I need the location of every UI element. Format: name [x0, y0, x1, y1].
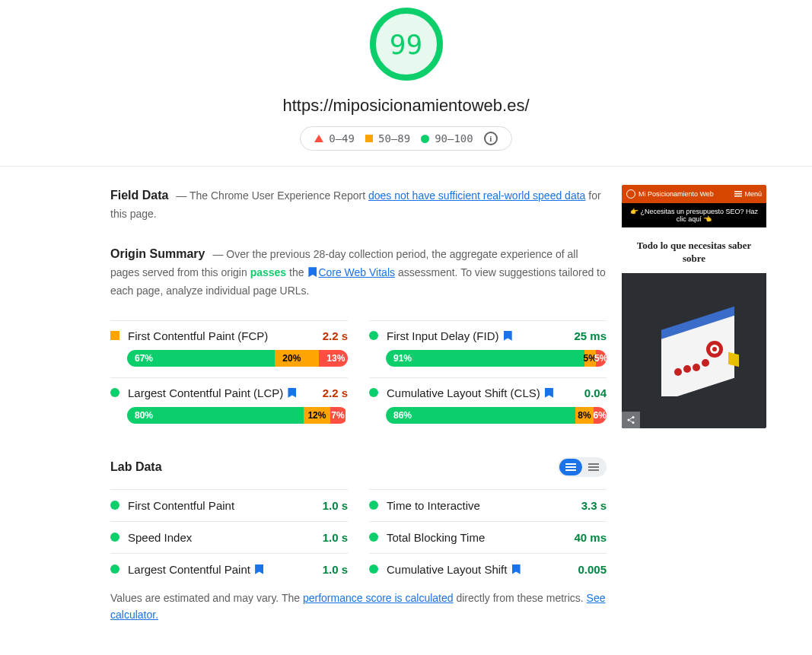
status-good-icon	[110, 501, 119, 510]
metric-value: 0.04	[584, 386, 607, 399]
legend-mid: 50–89	[365, 132, 410, 145]
field-data-section: Field Data — The Chrome User Experience …	[110, 185, 607, 224]
bookmark-icon	[545, 388, 553, 398]
phone-banner: 👉 ¿Necesitas un presupuesto SEO? Haz cli…	[622, 203, 766, 227]
page-preview: Mi Posicionamiento Web Menú 👉 ¿Necesitas…	[622, 185, 766, 624]
status-good-icon	[110, 388, 119, 397]
bookmark-icon	[288, 388, 296, 398]
metric-name: Largest Contentful Paint (LCP)	[128, 386, 314, 399]
status-average-icon	[110, 331, 119, 340]
dist-poor: 7%	[330, 407, 345, 424]
status-good-icon	[369, 564, 378, 574]
view-toggle-compact-button[interactable]	[582, 459, 605, 475]
metric-value: 3.3 s	[581, 499, 607, 512]
metric-name: First Contentful Paint (FCP)	[128, 329, 314, 342]
insufficient-data-link[interactable]: does not have sufficient real-world spee…	[368, 189, 585, 202]
distribution-bar: 67%20%13%	[127, 350, 348, 367]
phone-page: Todo lo que necesitas saber sobre	[622, 227, 766, 273]
metric-value: 40 ms	[574, 531, 607, 544]
status-good-icon	[369, 388, 378, 397]
score-header: 99 https://miposicionamientoweb.es/ 0–49…	[0, 0, 812, 167]
lab-metrics-grid: First Contentful Paint1.0 sTime to Inter…	[110, 489, 607, 585]
seo-illustration-icon	[645, 305, 744, 396]
status-good-icon	[369, 331, 378, 340]
dist-good: 67%	[127, 350, 275, 367]
dist-average: 8%	[575, 407, 593, 424]
svg-point-7	[683, 365, 691, 373]
square-orange-icon	[365, 135, 373, 142]
svg-point-12	[632, 421, 635, 424]
distribution-bar: 91%5%5%	[386, 350, 607, 367]
distribution-bar: 80%12%7%	[127, 407, 348, 424]
status-good-icon	[110, 533, 119, 542]
main-content: Field Data — The Chrome User Experience …	[110, 185, 607, 624]
bookmark-icon	[512, 564, 521, 574]
distribution-bar: 86%8%6%	[386, 407, 607, 424]
view-toggle	[558, 457, 607, 477]
globe-icon	[626, 189, 635, 199]
bookmark-icon	[308, 267, 317, 277]
lab-metric[interactable]: Time to Interactive3.3 s	[369, 489, 607, 521]
metric-name: Time to Interactive	[387, 499, 573, 512]
phone-hero-text: Todo lo que necesitas saber sobre	[629, 240, 759, 265]
metric-value: 2.2 s	[323, 386, 348, 399]
metric-name: Total Blocking Time	[387, 531, 565, 544]
bookmark-icon	[504, 331, 512, 341]
performance-score-calculated-link[interactable]: performance score is calculated	[303, 592, 454, 604]
svg-point-9	[702, 359, 709, 367]
metric-value: 2.2 s	[323, 329, 348, 342]
origin-summary-section: Origin Summary — Over the previous 28-da…	[110, 243, 607, 300]
dist-poor: 6%	[594, 407, 607, 424]
origin-metric[interactable]: First Contentful Paint (FCP)2.2 s67%20%1…	[110, 320, 348, 377]
dist-poor: 5%	[596, 350, 607, 367]
circle-green-icon	[421, 135, 429, 143]
info-icon[interactable]: i	[484, 132, 498, 145]
status-good-icon	[369, 533, 378, 542]
field-data-title: Field Data	[110, 189, 168, 202]
share-icon	[626, 415, 635, 424]
lab-metric[interactable]: Total Blocking Time40 ms	[369, 521, 607, 553]
hamburger-icon	[734, 191, 742, 197]
dist-good: 80%	[127, 407, 304, 424]
lab-data-title: Lab Data	[110, 460, 162, 474]
lab-metric[interactable]: First Contentful Paint1.0 s	[110, 489, 348, 521]
view-toggle-expanded-button[interactable]	[559, 459, 582, 475]
triangle-red-icon	[314, 135, 323, 142]
status-good-icon	[110, 564, 119, 574]
phone-topbar: Mi Posicionamiento Web Menú	[622, 185, 766, 203]
lab-footnote: Values are estimated and may vary. The p…	[110, 590, 607, 624]
core-web-vitals-link[interactable]: Core Web Vitals	[318, 266, 395, 278]
bookmark-icon	[255, 564, 263, 574]
metric-name: First Input Delay (FID)	[387, 329, 565, 342]
origin-metric[interactable]: Largest Contentful Paint (LCP) 2.2 s80%1…	[110, 377, 348, 434]
phone-illustration	[622, 273, 766, 428]
origin-metric[interactable]: Cumulative Layout Shift (CLS) 0.0486%8%6…	[369, 377, 607, 434]
origin-metrics-grid: First Contentful Paint (FCP)2.2 s67%20%1…	[110, 320, 607, 434]
legend-high: 90–100	[421, 132, 473, 145]
share-button[interactable]	[622, 412, 640, 428]
metric-value: 1.0 s	[323, 531, 348, 544]
lab-data-header: Lab Data	[110, 457, 607, 477]
metric-name: Cumulative Layout Shift (CLS)	[387, 386, 576, 399]
lab-metric[interactable]: Speed Index1.0 s	[110, 521, 348, 553]
svg-point-6	[674, 368, 682, 376]
tested-url: https://miposicionamientoweb.es/	[282, 96, 529, 116]
svg-point-10	[632, 416, 635, 418]
metric-value: 0.005	[578, 563, 607, 576]
dist-average: 20%	[275, 350, 319, 367]
passes-label: passes	[250, 266, 286, 278]
lab-metric[interactable]: Cumulative Layout Shift 0.005	[369, 553, 607, 585]
phone-mockup: Mi Posicionamiento Web Menú 👉 ¿Necesitas…	[622, 185, 766, 428]
dist-good: 91%	[386, 350, 584, 367]
metric-name: Cumulative Layout Shift	[387, 563, 569, 576]
performance-score: 99	[390, 29, 422, 60]
dist-poor: 13%	[319, 350, 348, 367]
metric-value: 1.0 s	[323, 563, 348, 576]
performance-gauge: 99	[370, 8, 443, 81]
metric-name: Largest Contentful Paint	[128, 563, 314, 576]
score-legend: 0–49 50–89 90–100 i	[300, 126, 511, 151]
dist-good: 86%	[386, 407, 575, 424]
metric-value: 1.0 s	[323, 499, 348, 512]
lab-metric[interactable]: Largest Contentful Paint 1.0 s	[110, 553, 348, 585]
origin-metric[interactable]: First Input Delay (FID) 25 ms91%5%5%	[369, 320, 607, 377]
